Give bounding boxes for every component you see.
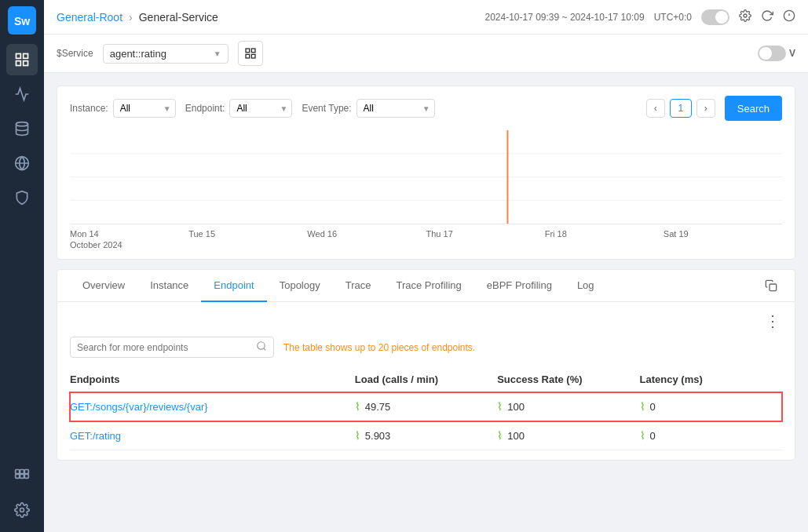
chart-panel: Instance: All ▼ Endpoint: All ▼ <box>57 86 795 260</box>
main-content: General-Root › General-Service 2024-10-1… <box>44 0 808 532</box>
svg-rect-27 <box>770 284 777 291</box>
svg-rect-3 <box>24 54 28 59</box>
instance-select-wrapper: All ▼ <box>113 99 176 118</box>
next-page-btn[interactable]: › <box>696 99 715 118</box>
endpoint-filter-group: Endpoint: All ▼ <box>185 99 293 118</box>
endpoint-select-wrapper: All ▼ <box>229 99 292 118</box>
theme-toggle[interactable] <box>701 9 729 25</box>
svg-point-14 <box>20 508 24 512</box>
trend-up-icon: ⌇ <box>497 400 503 413</box>
date-tue: Tue 15 <box>188 229 307 239</box>
chart-svg <box>70 130 782 224</box>
tab-trace[interactable]: Trace <box>333 270 384 302</box>
trend-up-icon: ⌇ <box>355 400 360 413</box>
svg-line-29 <box>264 348 266 351</box>
tab-instance[interactable]: Instance <box>137 270 201 302</box>
svg-rect-4 <box>16 61 21 66</box>
endpoint-label: Endpoint: <box>185 103 225 114</box>
more-options-btn[interactable]: ⋮ <box>765 312 782 330</box>
endpoints-table: Endpoints Load (calls / min) Success Rat… <box>70 367 782 450</box>
v-toggle[interactable]: V <box>758 46 795 61</box>
tab-log[interactable]: Log <box>565 270 607 302</box>
tab-ebpf-profiling[interactable]: eBPF Profiling <box>474 270 565 302</box>
sidebar-item-widgets[interactable] <box>6 460 38 491</box>
latency-cell: ⌇ 0 <box>640 421 782 450</box>
endpoint-cell: GET:/rating <box>70 421 355 450</box>
instance-select[interactable]: All <box>113 99 176 118</box>
content-area: Instance: All ▼ Endpoint: All ▼ <box>44 73 808 532</box>
table-row: GET:/songs/{var}/reviews/{var} ⌇ 49.75 ⌇… <box>70 392 782 421</box>
svg-rect-2 <box>16 54 21 59</box>
col-header-endpoints: Endpoints <box>70 367 355 392</box>
service-select[interactable]: agent::rating ▼ <box>103 44 229 64</box>
tab-trace-profiling[interactable]: Trace Profiling <box>383 270 473 302</box>
col-header-load: Load (calls / min) <box>355 367 497 392</box>
breadcrumb-root[interactable]: General-Root <box>57 11 122 24</box>
sidebar-item-shield[interactable] <box>6 182 38 213</box>
instance-filter-group: Instance: All ▼ <box>70 99 176 118</box>
endpoint-select[interactable]: All <box>229 99 292 118</box>
trend-up-icon: ⌇ <box>497 429 503 442</box>
svg-rect-13 <box>24 474 28 478</box>
chart-dates: Mon 14 Tue 15 Wed 16 Thu 17 Fri 18 Sat 1… <box>70 224 782 239</box>
svg-rect-19 <box>246 49 250 53</box>
success-rate-cell: ⌇ 100 <box>497 421 639 450</box>
breadcrumb-service: General-Service <box>139 11 218 24</box>
endpoint-cell: GET:/songs/{var}/reviews/{var} <box>70 392 355 421</box>
chart-month: October 2024 <box>70 240 782 250</box>
table-note: The table shows up to 20 pieces of endpo… <box>283 342 475 353</box>
prev-page-btn[interactable]: ‹ <box>646 99 665 118</box>
tabs-panel: Overview Instance Endpoint Topology Trac… <box>57 269 795 461</box>
svg-rect-11 <box>16 474 20 478</box>
app-logo[interactable]: Sw <box>8 6 36 35</box>
endpoint-link[interactable]: GET:/songs/{var}/reviews/{var} <box>70 401 208 413</box>
endpoint-search-icon[interactable] <box>256 341 267 354</box>
load-cell: ⌇ 5.903 <box>355 421 497 450</box>
v-label: V <box>789 48 795 59</box>
svg-text:Sw: Sw <box>14 15 30 27</box>
trend-up-icon: ⌇ <box>640 400 645 413</box>
svg-rect-21 <box>246 54 250 58</box>
svg-rect-10 <box>24 470 28 474</box>
trend-up-icon: ⌇ <box>640 429 645 442</box>
service-settings-btn[interactable] <box>238 41 263 66</box>
topbar: General-Root › General-Service 2024-10-1… <box>44 0 808 35</box>
success-rate-cell: ⌇ 100 <box>497 392 639 421</box>
gear-icon[interactable] <box>739 9 751 24</box>
tab-endpoint[interactable]: Endpoint <box>201 270 266 302</box>
info-icon[interactable] <box>783 9 795 24</box>
svg-rect-22 <box>251 54 255 58</box>
success-rate-value: 100 <box>507 401 525 413</box>
date-sat: Sat 19 <box>664 229 782 239</box>
service-label: $Service <box>57 48 93 59</box>
date-fri: Fri 18 <box>545 229 664 239</box>
tab-overview[interactable]: Overview <box>70 270 137 302</box>
event-type-select[interactable]: All <box>356 99 435 118</box>
endpoint-search-wrap <box>70 337 274 358</box>
latency-value: 0 <box>650 401 656 413</box>
svg-point-28 <box>258 342 265 349</box>
svg-point-15 <box>744 14 747 17</box>
tab-copy-icon-btn[interactable] <box>760 275 782 297</box>
endpoint-link[interactable]: GET:/rating <box>70 430 121 442</box>
sidebar-item-globe[interactable] <box>6 148 38 179</box>
v-toggle-switch[interactable] <box>758 46 786 61</box>
sidebar-item-dashboard[interactable] <box>6 44 38 75</box>
refresh-icon[interactable] <box>761 9 773 24</box>
event-type-filter-group: Event Type: All ▼ <box>302 99 434 118</box>
tab-topology[interactable]: Topology <box>267 270 333 302</box>
latency-cell: ⌇ 0 <box>640 392 782 421</box>
search-button[interactable]: Search <box>725 96 782 121</box>
table-row: GET:/rating ⌇ 5.903 ⌇ 100 ⌇ 0 <box>70 421 782 450</box>
datetime-range: 2024-10-17 09:39 ~ 2024-10-17 10:09 <box>484 12 644 23</box>
breadcrumb-separator: › <box>129 11 133 24</box>
pagination: ‹ 1 › <box>646 99 715 118</box>
endpoint-search-input[interactable] <box>77 342 251 353</box>
sidebar-item-database[interactable] <box>6 113 38 144</box>
breadcrumb: General-Root › General-Service <box>57 11 218 24</box>
sidebar: Sw <box>0 0 44 532</box>
col-header-latency: Latency (ms) <box>640 367 782 392</box>
sidebar-item-settings[interactable] <box>6 494 38 526</box>
date-mon: Mon 14 <box>70 229 188 239</box>
sidebar-item-chart[interactable] <box>6 78 38 110</box>
